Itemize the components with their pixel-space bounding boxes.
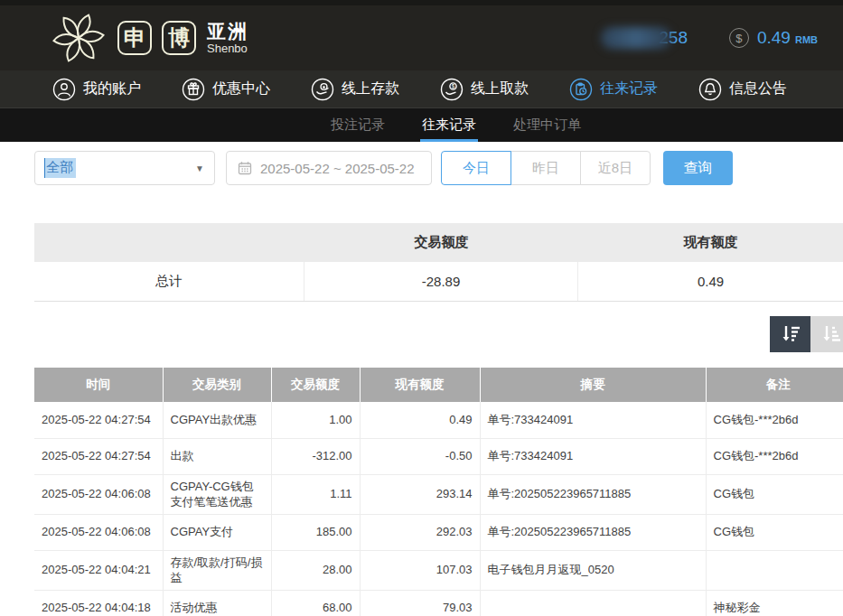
sub-nav: 投注记录 往来记录 处理中订单 [0, 108, 843, 142]
logo-char-shen: 申 [117, 21, 152, 55]
filter-row: 全部 ▼ 2025-05-22 ~ 2025-05-22 今日 昨日 近8日 查… [34, 151, 843, 185]
nav-label: 我的账户 [83, 79, 141, 98]
nav-item-announcements[interactable]: 信息公告 [698, 78, 787, 101]
summary-total-row: 总计 -28.89 0.49 [34, 262, 843, 302]
chevron-down-icon: ▼ [195, 163, 204, 173]
cell-note: CG钱包-***2b6d [706, 438, 843, 474]
logo[interactable]: 申 博 亚洲 Shenbo [50, 10, 248, 66]
nav-label: 信息公告 [729, 79, 787, 98]
cell-balance: 107.03 [360, 550, 480, 590]
account-blurred [601, 27, 671, 49]
cell-time: 2025-05-22 04:06:08 [34, 474, 163, 514]
cell-summary: 电子钱包月月返现_0520 [480, 550, 706, 590]
table-row: 2025-05-22 04:06:08 CGPAY-CG钱包支付笔笔送优惠 1.… [34, 474, 843, 514]
summary-table: 交易额度 现有额度 总计 -28.89 0.49 [34, 223, 843, 302]
deposit-icon [311, 78, 334, 101]
nav-label: 优惠中心 [212, 79, 270, 98]
calendar-icon [238, 161, 252, 175]
cell-category: 活动优惠 [163, 590, 271, 616]
date-range-input[interactable]: 2025-05-22 ~ 2025-05-22 [226, 151, 432, 185]
site-header: 申 博 亚洲 Shenbo 258 $ 0.49 RMB [0, 5, 843, 70]
cell-balance: 79.03 [360, 590, 480, 616]
table-row: 2025-05-22 04:27:54 出款 -312.00 -0.50 单号:… [34, 438, 843, 474]
sort-descending-button[interactable] [770, 316, 810, 352]
date-range-value: 2025-05-22 ~ 2025-05-22 [260, 161, 415, 176]
cell-summary: 单号:733424091 [480, 402, 706, 438]
cell-category: CGPAY出款优惠 [163, 402, 271, 438]
yesterday-button[interactable]: 昨日 [510, 151, 581, 185]
logo-region-en: Shenbo [207, 42, 248, 54]
tab-transaction-records[interactable]: 往来记录 [420, 108, 478, 142]
cell-note: 神秘彩金 [706, 590, 843, 616]
gift-icon [182, 78, 205, 101]
cell-amount: 1.00 [271, 402, 360, 438]
table-row: 2025-05-22 04:27:54 CGPAY出款优惠 1.00 0.49 … [34, 402, 843, 438]
nav-item-records[interactable]: 往来记录 [569, 78, 658, 101]
col-header-summary: 摘要 [480, 368, 706, 402]
svg-text:$: $ [452, 82, 455, 89]
nav-label: 线上取款 [471, 79, 529, 98]
nav-item-withdraw[interactable]: $ 线上取款 [440, 78, 529, 101]
active-tab-underline [420, 139, 478, 142]
cell-amount: -312.00 [271, 438, 360, 474]
cell-summary: 单号:202505223965711885 [480, 514, 706, 550]
nav-label: 往来记录 [600, 79, 658, 98]
withdraw-icon: $ [440, 78, 464, 101]
category-select[interactable]: 全部 ▼ [34, 151, 215, 185]
nav-item-promotions[interactable]: 优惠中心 [182, 78, 270, 101]
search-button[interactable]: 查询 [663, 151, 733, 185]
summary-header-balance: 现有额度 [578, 234, 843, 251]
cell-category: 存款/取款/打码/损益 [163, 550, 271, 590]
logo-region: 亚洲 Shenbo [207, 22, 248, 54]
quick-date-group: 今日 昨日 近8日 [441, 151, 651, 185]
sort-ascending-button[interactable] [810, 316, 843, 352]
records-icon [569, 78, 593, 101]
summary-header-row: 交易额度 现有额度 [34, 223, 843, 262]
cell-category: CGPAY支付 [163, 514, 271, 550]
tab-label: 投注记录 [331, 117, 385, 134]
cell-summary: 单号:733424091 [480, 438, 706, 474]
summary-total-label: 总计 [34, 262, 304, 301]
table-row: 2025-05-22 04:04:21 存款/取款/打码/损益 28.00 10… [34, 550, 843, 590]
col-header-note: 备注 [706, 368, 843, 402]
bell-icon [698, 78, 722, 101]
cell-note: CG钱包 [706, 474, 843, 514]
balance-amount: 0.49 [757, 28, 791, 48]
summary-transaction-total: -28.89 [304, 262, 578, 301]
cell-time: 2025-05-22 04:27:54 [34, 438, 163, 474]
cell-balance: -0.50 [360, 438, 480, 474]
cell-note: CG钱包-***2b6d [706, 402, 843, 438]
cell-category: 出款 [163, 438, 271, 474]
tab-label: 往来记录 [422, 117, 476, 134]
summary-balance-total: 0.49 [578, 262, 843, 301]
cell-note [706, 550, 843, 590]
nav-item-deposit[interactable]: 线上存款 [311, 78, 399, 101]
flower-logo-icon [50, 10, 108, 66]
cell-amount: 68.00 [271, 590, 360, 616]
cell-amount: 1.11 [271, 474, 360, 514]
tab-bet-records[interactable]: 投注记录 [329, 108, 387, 142]
sort-ascending-icon [820, 322, 843, 346]
tab-pending-orders[interactable]: 处理中订单 [511, 108, 583, 142]
today-button[interactable]: 今日 [441, 151, 511, 185]
cell-summary: 单号:202505223965711885 [480, 474, 706, 514]
main-nav: 我的账户 优惠中心 线上存款 $ 线上取款 [0, 70, 843, 108]
cell-note: CG钱包 [706, 514, 843, 550]
col-header-category: 交易类别 [163, 368, 271, 402]
records-header-row: 时间 交易类别 交易额度 现有额度 摘要 备注 [34, 368, 843, 402]
sort-row [34, 316, 843, 352]
cell-balance: 293.14 [360, 474, 480, 514]
cell-balance: 0.49 [360, 402, 480, 438]
table-row: 2025-05-22 04:06:08 CGPAY支付 185.00 292.0… [34, 514, 843, 550]
balance[interactable]: $ 0.49 RMB [729, 28, 818, 48]
tab-label: 处理中订单 [513, 117, 581, 134]
category-select-value: 全部 [44, 158, 76, 178]
cell-balance: 292.03 [360, 514, 480, 550]
nav-item-my-account[interactable]: 我的账户 [52, 78, 141, 101]
last-8-days-button[interactable]: 近8日 [580, 151, 651, 185]
user-icon [52, 78, 76, 101]
account-number[interactable]: 258 [601, 27, 688, 49]
table-row: 2025-05-22 04:04:18 活动优惠 68.00 79.03 神秘彩… [34, 590, 843, 616]
col-header-balance: 现有额度 [360, 368, 480, 402]
cell-category: CGPAY-CG钱包支付笔笔送优惠 [163, 474, 271, 514]
